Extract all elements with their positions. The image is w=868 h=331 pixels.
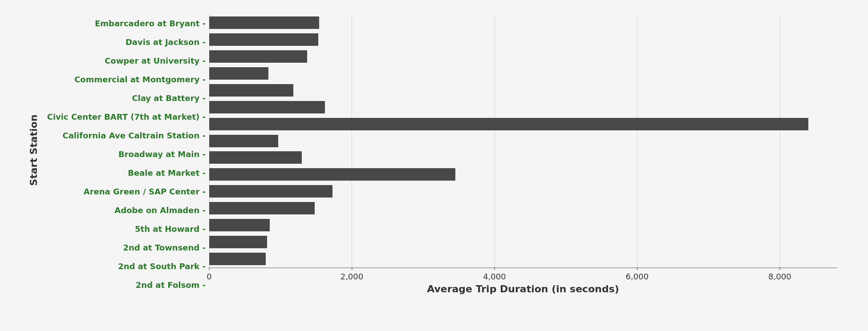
- y-label: Adobe on Almaden -: [114, 206, 206, 215]
- bar-row: [209, 48, 837, 65]
- bar-row: [209, 183, 837, 200]
- bar-row: [209, 217, 837, 234]
- bar: [209, 202, 315, 214]
- bar-row: [209, 200, 837, 217]
- bar: [209, 168, 455, 181]
- bar: [209, 118, 808, 130]
- x-tick-label: 6,000: [626, 272, 649, 281]
- x-tick: 2,000: [341, 267, 364, 281]
- x-tick-line: [779, 267, 780, 270]
- bar-row: [209, 82, 837, 99]
- y-label: Broadway at Main -: [118, 149, 206, 159]
- x-tick-label: 4,000: [483, 272, 506, 281]
- bar: [209, 135, 278, 147]
- bar: [209, 101, 325, 113]
- y-label: Civic Center BART (7th at Market) -: [47, 112, 206, 122]
- x-tick: 6,000: [626, 267, 649, 281]
- y-label: 5th at Howard -: [135, 224, 206, 234]
- x-axis-ticks: 02,0004,0006,0008,000: [209, 267, 837, 281]
- x-tick-line: [494, 267, 495, 270]
- bar-row: [209, 31, 837, 48]
- y-label: Beale at Market -: [128, 168, 206, 178]
- x-axis-title: Average Trip Duration (in seconds): [209, 283, 837, 295]
- y-labels: Embarcadero at Bryant -Davis at Jackson …: [45, 14, 209, 295]
- y-label: 2nd at Folsom -: [136, 280, 206, 290]
- bar-row: [209, 133, 837, 149]
- bar-row: [209, 166, 837, 183]
- chart-inner: Embarcadero at Bryant -Davis at Jackson …: [22, 5, 846, 326]
- y-label: Davis at Jackson -: [126, 37, 206, 47]
- x-tick: 8,000: [768, 267, 791, 281]
- y-label: 2nd at Townsend -: [123, 243, 206, 253]
- bar-row: [209, 99, 837, 116]
- y-label: California Ave Caltrain Station -: [63, 131, 206, 141]
- bars-region: 02,0004,0006,0008,000 Average Trip Durat…: [209, 14, 837, 295]
- bar: [209, 84, 293, 97]
- y-label: Arena Green / SAP Center -: [84, 187, 206, 197]
- bars-wrapper: [209, 14, 837, 267]
- bar-row: [209, 65, 837, 82]
- bar: [209, 151, 302, 164]
- x-tick: 0: [207, 267, 211, 281]
- y-label: 2nd at South Park -: [118, 262, 206, 271]
- grid-and-bars: [209, 14, 837, 267]
- y-label: Embarcadero at Bryant -: [95, 19, 206, 28]
- bar: [209, 33, 318, 46]
- bar-row: [209, 149, 837, 166]
- bar: [209, 50, 307, 63]
- bar: [209, 219, 270, 231]
- bar-row: [209, 234, 837, 250]
- x-tick-label: 0: [207, 272, 211, 281]
- bar: [209, 67, 268, 80]
- chart-area: Start Station Embarcadero at Bryant -Dav…: [22, 5, 846, 326]
- bar-row: [209, 116, 837, 133]
- bar-row: [209, 250, 837, 267]
- y-label: Cowper at University -: [105, 56, 206, 66]
- x-tick-line: [209, 267, 209, 270]
- x-tick: 4,000: [483, 267, 506, 281]
- y-axis-title: Start Station: [28, 114, 39, 186]
- x-tick-label: 8,000: [768, 272, 791, 281]
- bar: [209, 253, 266, 265]
- bar: [209, 236, 267, 248]
- y-label: Clay at Battery -: [132, 93, 206, 103]
- x-tick-label: 2,000: [341, 272, 364, 281]
- y-label: Commercial at Montgomery -: [74, 75, 206, 85]
- bar-row: [209, 14, 837, 31]
- chart-container: Start Station Embarcadero at Bryant -Dav…: [0, 0, 868, 331]
- x-tick-line: [352, 267, 352, 270]
- bar: [209, 185, 333, 198]
- bar: [209, 16, 319, 29]
- x-tick-line: [637, 267, 637, 270]
